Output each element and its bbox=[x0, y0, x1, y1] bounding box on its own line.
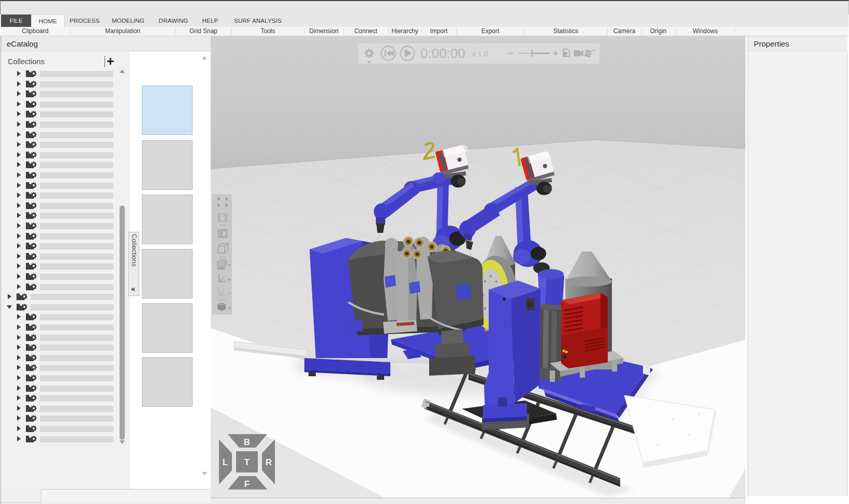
svg-text:L: L bbox=[223, 457, 228, 467]
svg-text:0:00:00: 0:00:00 bbox=[420, 46, 465, 61]
svg-text:R: R bbox=[266, 457, 272, 467]
svg-text:F: F bbox=[244, 479, 250, 489]
svg-text:T: T bbox=[244, 457, 250, 467]
svg-text:B: B bbox=[244, 437, 250, 447]
svg-text:x 1.0: x 1.0 bbox=[472, 50, 488, 58]
